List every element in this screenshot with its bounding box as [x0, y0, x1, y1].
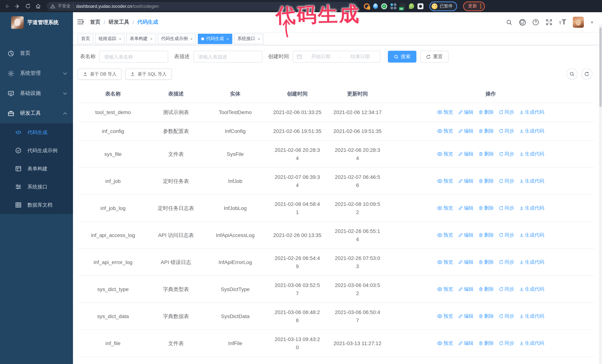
action-trash-link[interactable]: 删除 — [479, 127, 494, 135]
action-edit-link[interactable]: 编辑 — [458, 285, 473, 293]
action-eye-link[interactable]: 预览 — [437, 339, 453, 347]
import-db-button[interactable]: 基于 DB 导入 — [78, 69, 122, 80]
action-sync-link[interactable]: 同步 — [499, 285, 514, 293]
action-trash-link[interactable]: 删除 — [479, 150, 494, 158]
reload-icon[interactable] — [24, 2, 32, 10]
action-edit-link[interactable]: 编辑 — [458, 312, 473, 320]
breadcrumb-home[interactable]: 首页 — [90, 19, 100, 26]
close-icon[interactable]: × — [150, 36, 153, 41]
action-trash-link[interactable]: 删除 — [479, 231, 494, 239]
tab-2[interactable]: 表单构建× — [127, 33, 156, 44]
window-scrollbar[interactable] — [599, 24, 602, 364]
browser-menu-icon[interactable] — [480, 4, 481, 9]
sidebar-subitem-4[interactable]: 数据库文档 — [0, 196, 73, 214]
date-range-picker[interactable]: 开始日期 - 结束日期 — [293, 51, 380, 62]
action-eye-link[interactable]: 预览 — [437, 177, 453, 185]
sidebar-subitem-2[interactable]: 表单构建 — [0, 160, 73, 178]
action-download-link[interactable]: 生成代码 — [519, 258, 544, 266]
sidebar-item-3[interactable]: 研发工具 — [0, 103, 73, 123]
app-logo-row[interactable]: 芋道管理系统 — [0, 12, 73, 33]
action-trash-link[interactable]: 删除 — [479, 108, 494, 116]
header-search-icon[interactable] — [505, 19, 513, 26]
action-download-link[interactable]: 生成代码 — [519, 127, 544, 135]
close-icon[interactable]: × — [190, 36, 193, 41]
action-sync-link[interactable]: 同步 — [499, 339, 514, 347]
browser-update-button[interactable]: 更新 — [463, 1, 485, 11]
action-edit-link[interactable]: 编辑 — [458, 231, 473, 239]
action-download-link[interactable]: 生成代码 — [519, 204, 544, 212]
breadcrumb-dev-tools[interactable]: 研发工具 — [108, 19, 129, 26]
action-edit-link[interactable]: 编辑 — [458, 258, 473, 266]
action-download-link[interactable]: 生成代码 — [519, 339, 544, 347]
import-sql-button[interactable]: 基于 SQL 导入 — [125, 69, 172, 80]
action-trash-link[interactable]: 删除 — [479, 204, 494, 212]
action-trash-link[interactable]: 删除 — [479, 312, 494, 320]
sidebar-subitem-1[interactable]: 代码生成示例 — [0, 141, 73, 160]
action-eye-link[interactable]: 预览 — [437, 108, 453, 116]
action-download-link[interactable]: 生成代码 — [519, 150, 544, 158]
sidebar-subitem-3[interactable]: 系统接口 — [0, 178, 73, 196]
github-icon[interactable] — [519, 19, 526, 26]
extension-puzzle-icon[interactable] — [418, 3, 423, 9]
extension-green-icon[interactable] — [409, 3, 414, 9]
action-sync-link[interactable]: 同步 — [499, 231, 514, 239]
extension-orange-icon[interactable] — [364, 3, 370, 9]
font-size-icon[interactable]: тT — [559, 18, 566, 26]
extension-green-check-icon[interactable]: ✓ — [381, 3, 387, 9]
action-download-link[interactable]: 生成代码 — [519, 177, 544, 185]
action-eye-link[interactable]: 预览 — [437, 312, 453, 320]
table-desc-input[interactable] — [194, 51, 262, 62]
action-sync-link[interactable]: 同步 — [499, 258, 514, 266]
search-button[interactable]: 搜索 — [388, 51, 416, 62]
action-edit-link[interactable]: 编辑 — [458, 127, 473, 135]
action-sync-link[interactable]: 同步 — [499, 108, 514, 116]
action-download-link[interactable]: 生成代码 — [519, 285, 544, 293]
tab-0[interactable]: 首页 — [78, 33, 93, 44]
security-label[interactable]: 不安全 — [58, 3, 71, 9]
action-sync-link[interactable]: 同步 — [499, 127, 514, 135]
refresh-table-button[interactable] — [581, 69, 592, 80]
extension-on-icon[interactable]: on — [400, 3, 406, 9]
action-trash-link[interactable]: 删除 — [479, 285, 494, 293]
action-eye-link[interactable]: 预览 — [437, 231, 453, 239]
action-edit-link[interactable]: 编辑 — [458, 177, 473, 185]
tab-1[interactable]: 链路追踪× — [95, 33, 125, 44]
help-icon[interactable] — [532, 19, 539, 26]
action-sync-link[interactable]: 同步 — [499, 150, 514, 158]
action-download-link[interactable]: 生成代码 — [519, 231, 544, 239]
close-icon[interactable]: × — [226, 36, 229, 41]
action-trash-link[interactable]: 删除 — [479, 258, 494, 266]
action-edit-link[interactable]: 编辑 — [458, 339, 473, 347]
action-edit-link[interactable]: 编辑 — [458, 204, 473, 212]
close-icon[interactable]: × — [119, 36, 121, 41]
toggle-search-button[interactable] — [566, 69, 578, 80]
action-sync-link[interactable]: 同步 — [499, 177, 514, 185]
action-sync-link[interactable]: 同步 — [499, 204, 514, 212]
action-download-link[interactable]: 生成代码 — [519, 108, 544, 116]
reset-button[interactable]: 重置 — [420, 51, 449, 62]
hamburger-icon[interactable] — [77, 18, 85, 26]
action-edit-link[interactable]: 编辑 — [458, 108, 473, 116]
action-eye-link[interactable]: 预览 — [437, 150, 453, 158]
home-icon[interactable] — [34, 2, 42, 10]
tab-3[interactable]: 代码生成示例× — [158, 33, 196, 44]
extension-grid-icon[interactable] — [390, 3, 396, 9]
browser-profile-badge[interactable]: 已暂停 — [429, 1, 457, 11]
action-trash-link[interactable]: 删除 — [479, 339, 494, 347]
tab-5[interactable]: 系统接口× — [234, 33, 264, 44]
end-date-placeholder[interactable]: 结束日期 — [344, 53, 376, 60]
fullscreen-icon[interactable] — [546, 19, 553, 26]
action-eye-link[interactable]: 预览 — [437, 258, 453, 266]
close-icon[interactable]: × — [258, 36, 260, 41]
action-trash-link[interactable]: 删除 — [479, 177, 494, 185]
scrollbar-thumb[interactable] — [599, 27, 602, 107]
sidebar-item-1[interactable]: 系统管理 — [0, 63, 73, 83]
action-eye-link[interactable]: 预览 — [437, 127, 453, 135]
avatar-caret-icon[interactable]: ▼ — [590, 20, 594, 24]
sidebar-subitem-0[interactable]: 代码生成 — [0, 123, 73, 141]
start-date-placeholder[interactable]: 开始日期 — [304, 53, 337, 60]
sidebar-item-2[interactable]: 基础设施 — [0, 83, 73, 103]
table-name-input[interactable] — [99, 51, 168, 62]
forward-icon[interactable] — [13, 2, 22, 10]
action-edit-link[interactable]: 编辑 — [458, 150, 473, 158]
